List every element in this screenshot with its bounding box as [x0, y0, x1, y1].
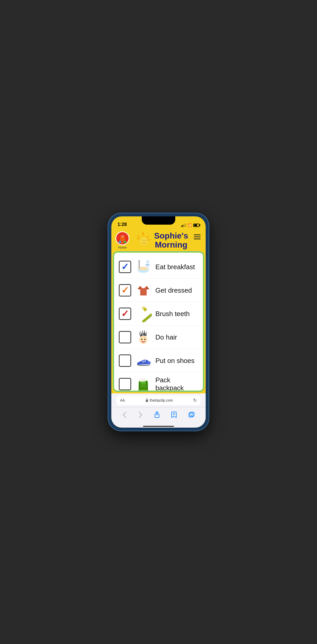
svg-marker-30 [142, 330, 144, 336]
checkbox-brush-teeth[interactable]: ✓ [119, 308, 131, 320]
hamburger-icon [194, 234, 201, 235]
svg-marker-32 [145, 331, 146, 336]
checklist-container: ✓ MILK [113, 252, 204, 391]
reload-button[interactable]: ↻ [193, 397, 197, 403]
checkbox-get-dressed[interactable]: ✓ [119, 284, 131, 296]
svg-line-9 [138, 235, 139, 238]
tabs-icon: 1 [188, 411, 195, 418]
svg-point-36 [141, 338, 142, 340]
lock-icon [145, 399, 149, 402]
checkbox-pack-backpack[interactable] [119, 378, 131, 390]
put-on-shoes-label: Put on shoes [155, 357, 198, 365]
status-time: 1:28 [118, 222, 127, 227]
list-item[interactable]: ✓ MILK [117, 255, 200, 279]
svg-rect-24 [141, 313, 152, 322]
get-dressed-icon [134, 281, 152, 299]
browser-bar: AA thetripclip.com ↻ [111, 393, 206, 407]
brush-teeth-icon [134, 305, 152, 323]
svg-point-39 [147, 361, 151, 364]
checkbox-do-hair[interactable] [119, 331, 131, 343]
eat-breakfast-icon: MILK [134, 258, 152, 276]
title-line1: Sophie's [154, 231, 188, 240]
bookmarks-button[interactable] [168, 410, 180, 421]
svg-rect-45 [140, 385, 146, 389]
notch [142, 216, 175, 225]
eat-breakfast-label: Eat breakfast [155, 263, 198, 271]
status-bar: 1:28 📶 [111, 216, 206, 229]
svg-point-5 [121, 241, 124, 244]
share-button[interactable] [151, 410, 163, 421]
svg-marker-20 [146, 260, 149, 262]
svg-line-10 [137, 238, 139, 239]
bookmarks-icon [171, 411, 177, 418]
brush-teeth-label: Brush teeth [155, 310, 198, 318]
home-indicator [111, 426, 206, 428]
page-title: Sophie's Morning [154, 231, 188, 249]
phone-frame: 1:28 📶 [108, 213, 209, 431]
header-left: THE TRIP CLIP Home [115, 231, 129, 249]
list-item[interactable]: Put on shoes [117, 349, 200, 372]
checkmark-blue: ✓ [121, 262, 129, 272]
svg-text:1: 1 [191, 414, 192, 416]
pack-backpack-icon [134, 375, 152, 391]
back-icon [122, 411, 127, 418]
app-logo[interactable]: THE TRIP CLIP [115, 231, 129, 245]
svg-rect-50 [146, 400, 148, 402]
svg-point-14 [145, 240, 146, 241]
svg-point-38 [142, 342, 144, 343]
checkmark-orange: ✓ [121, 286, 129, 295]
do-hair-icon [134, 328, 152, 346]
title-line2: Morning [154, 240, 188, 249]
svg-point-23 [138, 260, 140, 262]
header-center: Sophie's Morning [129, 231, 193, 249]
svg-point-35 [139, 336, 147, 344]
browser-bar-inner: AA thetripclip.com ↻ [116, 395, 201, 405]
home-bar [143, 426, 174, 427]
list-item[interactable]: Pack backpack [117, 372, 200, 391]
checkbox-put-on-shoes[interactable] [119, 354, 131, 367]
hamburger-button[interactable] [193, 233, 202, 240]
tabs-button[interactable]: 1 [185, 410, 198, 421]
svg-line-8 [143, 233, 144, 235]
svg-point-4 [119, 241, 121, 243]
signal-icon [181, 223, 186, 227]
share-icon [154, 411, 160, 418]
list-item[interactable]: ✓ Brush tee [117, 302, 200, 326]
wifi-icon: 📶 [187, 223, 192, 227]
list-item[interactable]: ✓ Get dressed [117, 279, 200, 302]
svg-line-15 [147, 236, 148, 238]
list-item[interactable]: Do hair [117, 326, 200, 349]
svg-point-12 [140, 237, 148, 245]
get-dressed-label: Get dressed [155, 286, 198, 294]
do-hair-label: Do hair [155, 333, 198, 341]
aa-button[interactable]: AA [120, 398, 125, 402]
svg-text:MILK: MILK [146, 264, 149, 266]
bottom-nav: 1 [111, 407, 206, 426]
url-display: thetripclip.com [145, 398, 173, 402]
sun-title: Sophie's Morning [134, 231, 188, 249]
home-label: Home [118, 246, 127, 249]
svg-text:CLIP: CLIP [120, 239, 125, 241]
checkbox-eat-breakfast[interactable]: ✓ [119, 261, 131, 273]
app-screen: THE TRIP CLIP Home [111, 229, 206, 428]
put-on-shoes-icon [134, 352, 152, 370]
svg-point-37 [144, 338, 145, 340]
back-button[interactable] [119, 410, 130, 421]
checkmark-red: ✓ [121, 309, 129, 318]
svg-marker-31 [144, 330, 145, 336]
svg-point-6 [124, 241, 126, 243]
battery-icon [193, 224, 199, 227]
svg-marker-34 [147, 332, 148, 337]
sun-icon [134, 231, 152, 249]
app-header: THE TRIP CLIP Home [111, 229, 206, 252]
forward-icon [138, 411, 143, 418]
forward-button[interactable] [135, 410, 146, 421]
phone-inner: 1:28 📶 [111, 216, 206, 428]
status-icons: 📶 [181, 223, 199, 227]
pack-backpack-label: Pack backpack [155, 376, 198, 391]
svg-point-13 [142, 240, 143, 241]
